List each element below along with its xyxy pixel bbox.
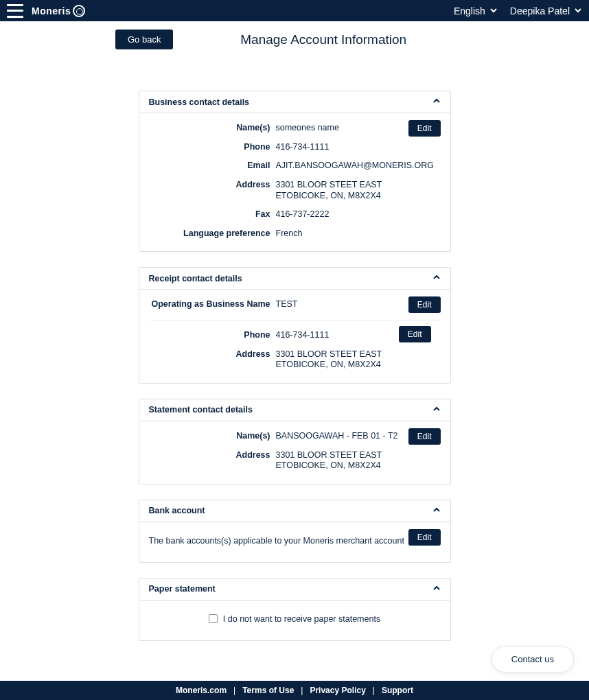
footer-moneris-link[interactable]: Moneris.com bbox=[176, 686, 227, 695]
logo-swirl-icon bbox=[73, 5, 85, 17]
paper-card-header[interactable]: Paper statement bbox=[139, 579, 450, 600]
chevron-up-icon bbox=[432, 405, 441, 415]
name-label: Name(s) bbox=[149, 123, 276, 132]
business-card-header[interactable]: Business contact details bbox=[139, 91, 450, 113]
footer-privacy-link[interactable]: Privacy Policy bbox=[310, 686, 365, 695]
receipt-address-value: 3301 BLOOR STEET EAST ETOBICOKE, ON, M8X… bbox=[276, 349, 382, 371]
chevron-up-icon bbox=[432, 584, 441, 594]
statement-name-label: Name(s) bbox=[149, 431, 276, 441]
business-card-title: Business contact details bbox=[149, 97, 250, 107]
email-value: AJIT.BANSOOGAWAH@MONERIS.ORG bbox=[276, 161, 435, 172]
statement-address-label: Address bbox=[149, 450, 276, 460]
statement-card-header[interactable]: Statement contact details bbox=[139, 399, 450, 421]
name-value: someones name bbox=[276, 123, 339, 134]
business-contact-card: Business contact details Edit Name(s) so… bbox=[139, 91, 451, 252]
go-back-button[interactable]: Go back bbox=[115, 30, 173, 49]
phone-value: 416-734-1111 bbox=[276, 142, 330, 153]
paper-statement-card: Paper statement I do not want to receive… bbox=[139, 578, 451, 641]
bank-card-header[interactable]: Bank account bbox=[139, 500, 450, 522]
receipt-address-label: Address bbox=[149, 349, 276, 359]
logo[interactable]: Moneris bbox=[32, 5, 85, 17]
page-title: Manage Account Information bbox=[173, 32, 474, 47]
edit-bank-button[interactable]: Edit bbox=[408, 529, 441, 546]
receipt-card-header[interactable]: Receipt contact details bbox=[139, 268, 450, 290]
bank-account-card: Bank account Edit The bank accounts(s) a… bbox=[139, 500, 451, 563]
footer-support-link[interactable]: Support bbox=[382, 686, 413, 695]
statement-contact-card: Statement contact details Edit Name(s) B… bbox=[139, 399, 451, 485]
footer: Moneris.com | Terms of Use | Privacy Pol… bbox=[0, 681, 589, 700]
edit-receipt-address-button[interactable]: Edit bbox=[399, 326, 431, 342]
oba-value: TEST bbox=[276, 299, 298, 310]
statement-card-title: Statement contact details bbox=[149, 405, 253, 415]
user-menu[interactable]: Deepika Patel bbox=[510, 5, 582, 16]
chevron-up-icon bbox=[432, 506, 441, 516]
fax-label: Fax bbox=[149, 209, 276, 219]
address-value: 3301 BLOOR STEET EAST ETOBICOKE, ON, M8X… bbox=[276, 180, 382, 201]
chevron-up-icon bbox=[432, 273, 441, 283]
edit-business-button[interactable]: Edit bbox=[408, 120, 441, 137]
chevron-down-icon bbox=[574, 5, 582, 16]
language-pref-label: Language preference bbox=[149, 229, 276, 238]
paper-statement-text: I do not want to receive paper statement… bbox=[223, 614, 380, 624]
language-selector[interactable]: English bbox=[454, 5, 498, 16]
edit-statement-button[interactable]: Edit bbox=[408, 428, 441, 445]
fax-value: 416-737-2222 bbox=[276, 209, 330, 220]
address-label: Address bbox=[149, 180, 276, 189]
paper-opt-out-checkbox[interactable] bbox=[209, 614, 218, 623]
language-pref-value: French bbox=[276, 229, 303, 240]
paper-card-title: Paper statement bbox=[149, 584, 216, 594]
email-label: Email bbox=[149, 161, 276, 170]
statement-address-value: 3301 BLOOR STEET EAST ETOBICOKE, ON, M8X… bbox=[276, 450, 382, 471]
receipt-card-title: Receipt contact details bbox=[149, 274, 242, 283]
app-header: Moneris English Deepika Patel bbox=[0, 0, 589, 21]
user-name: Deepika Patel bbox=[510, 5, 570, 16]
bank-card-title: Bank account bbox=[149, 506, 205, 515]
bank-text: The bank accounts(s) applicable to your … bbox=[149, 532, 404, 550]
divider bbox=[149, 320, 441, 320]
oba-label: Operating as Business Name bbox=[149, 299, 276, 309]
statement-name-value: BANSOOGAWAH - FEB 01 - T2 bbox=[276, 431, 398, 442]
phone-label: Phone bbox=[149, 142, 276, 152]
chevron-down-icon bbox=[489, 5, 498, 16]
receipt-contact-card: Receipt contact details Edit Operating a… bbox=[139, 267, 451, 384]
language-label: English bbox=[454, 5, 485, 16]
brand-text: Moneris bbox=[32, 5, 71, 16]
page-heading-row: Go back Manage Account Information bbox=[0, 21, 589, 49]
chevron-up-icon bbox=[432, 97, 441, 107]
receipt-phone-value: 416-734-1111 bbox=[276, 330, 330, 341]
hamburger-menu-icon[interactable] bbox=[7, 4, 23, 18]
receipt-phone-label: Phone bbox=[149, 330, 276, 340]
edit-receipt-oba-button[interactable]: Edit bbox=[408, 296, 441, 313]
footer-terms-link[interactable]: Terms of Use bbox=[242, 686, 294, 695]
contact-us-button[interactable]: Contact us bbox=[492, 646, 574, 673]
